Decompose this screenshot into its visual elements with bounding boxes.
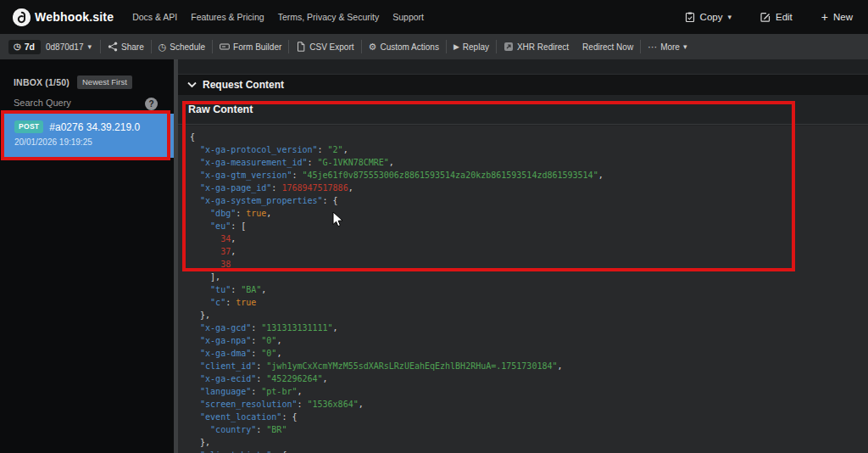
raw-content-panel: Raw Content { "x-ga-protocol_version": "… xyxy=(178,95,868,453)
share-icon xyxy=(108,42,118,52)
nav-links: Docs & API Features & Pricing Terms, Pri… xyxy=(132,12,424,22)
schedule-button[interactable]: ◷ Schedule xyxy=(152,42,212,53)
more-label: More xyxy=(660,42,680,52)
share-label: Share xyxy=(121,42,144,52)
request-content-title: Request Content xyxy=(203,79,284,91)
main-content: Request Content Raw Content { "x-ga-prot… xyxy=(178,59,868,453)
redirect-now-label: Redirect Now xyxy=(582,42,633,52)
schedule-label: Schedule xyxy=(170,42,205,52)
clipboard-icon xyxy=(685,12,695,22)
chevron-down-icon: ▾ xyxy=(683,42,687,51)
clock-icon: ◷ xyxy=(159,42,167,53)
clock-icon: ◷ xyxy=(14,42,21,51)
search-input[interactable] xyxy=(14,96,136,112)
edit-button[interactable]: Edit xyxy=(760,12,793,22)
mouse-cursor xyxy=(332,211,344,228)
redirect-now-button[interactable]: Redirect Now xyxy=(576,42,640,52)
chevron-down-icon: ▾ xyxy=(727,13,732,21)
xhr-redirect-label: XHR Redirect xyxy=(517,42,569,52)
code-area[interactable]: { "x-ga-protocol_version": "2", "x-ga-me… xyxy=(178,126,868,453)
inbox-sidebar: INBOX (1/50) Newest First ? POST #a0276 … xyxy=(0,59,178,453)
token-id: 0d870d17 xyxy=(46,42,84,52)
retention-label: 7d xyxy=(25,42,35,52)
chevron-down-icon xyxy=(187,81,197,88)
xhr-redirect-button[interactable]: XHR Redirect xyxy=(497,42,576,52)
form-builder-icon xyxy=(220,42,230,52)
request-content-header[interactable]: Request Content xyxy=(178,74,868,95)
custom-actions-button[interactable]: ⚙ Custom Actions xyxy=(362,42,446,53)
brand-title[interactable]: Webhook.site xyxy=(35,10,114,24)
raw-content-title: Raw Content xyxy=(188,103,253,115)
custom-actions-label: Custom Actions xyxy=(380,42,438,52)
new-button[interactable]: + New xyxy=(821,10,853,24)
inbox-label: INBOX (1/50) xyxy=(14,77,70,87)
raw-json: { "x-ga-protocol_version": "2", "x-ga-me… xyxy=(178,126,868,453)
request-id: #a0276 34.39.219.0 xyxy=(49,121,140,133)
help-icon[interactable]: ? xyxy=(145,98,158,110)
more-button[interactable]: ⋯ More ▾ xyxy=(641,42,693,53)
method-badge: POST xyxy=(14,120,43,133)
nav-link-terms[interactable]: Terms, Privacy & Security xyxy=(278,12,380,22)
form-builder-button[interactable]: Form Builder xyxy=(213,42,288,52)
gear-icon: ⚙ xyxy=(369,42,377,53)
edit-label: Edit xyxy=(776,12,793,22)
request-list-item[interactable]: POST #a0276 34.39.219.0 20/01/2026 19:19… xyxy=(3,114,174,158)
top-navbar: Webhook.site Docs & API Features & Prici… xyxy=(0,0,868,34)
edit-icon xyxy=(760,12,771,22)
share-button[interactable]: Share xyxy=(101,42,151,52)
sort-order-badge[interactable]: Newest First xyxy=(77,76,132,89)
copy-label: Copy xyxy=(700,12,723,22)
plus-icon: + xyxy=(821,10,828,24)
chevron-down-icon: ▾ xyxy=(88,42,92,51)
xhr-redirect-icon xyxy=(504,42,514,52)
replay-button[interactable]: ▶ Replay xyxy=(447,42,496,52)
nav-link-support[interactable]: Support xyxy=(392,12,424,22)
raw-content-header: Raw Content xyxy=(178,95,868,125)
form-builder-label: Form Builder xyxy=(233,42,281,52)
action-toolbar: ◷ 7d 0d870d17 ▾ Share ◷ Schedule Form Bu… xyxy=(0,34,868,59)
request-timestamp: 20/01/2026 19:19:25 xyxy=(14,137,174,147)
ellipsis-icon: ⋯ xyxy=(648,42,657,53)
copy-button[interactable]: Copy ▾ xyxy=(685,12,732,22)
csv-export-button[interactable]: CSV Export xyxy=(289,42,360,52)
play-icon: ▶ xyxy=(453,42,459,51)
replay-label: Replay xyxy=(463,42,489,52)
token-dropdown[interactable]: 0d870d17 ▾ xyxy=(46,42,92,52)
file-icon xyxy=(296,42,306,52)
nav-link-features[interactable]: Features & Pricing xyxy=(191,12,264,22)
retention-badge[interactable]: ◷ 7d xyxy=(8,40,41,54)
nav-link-docs[interactable]: Docs & API xyxy=(132,12,177,22)
webhook-logo-icon xyxy=(13,8,31,26)
csv-export-label: CSV Export xyxy=(309,42,353,52)
new-label: New xyxy=(833,12,853,22)
